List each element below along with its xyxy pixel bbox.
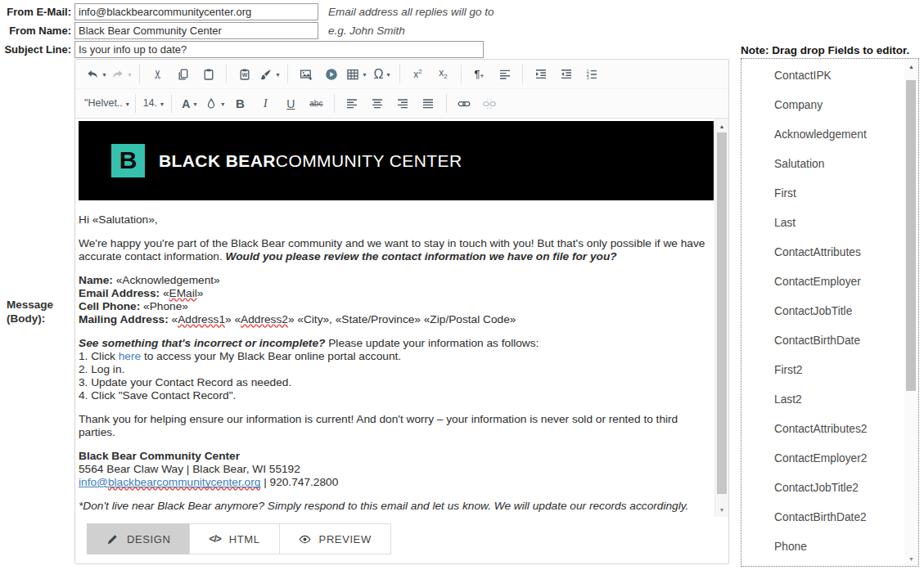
scroll-down-arrow-icon[interactable]: ▼ [904, 552, 918, 565]
copy-button[interactable] [171, 63, 195, 86]
field-item-acknowledgement[interactable]: Acknowledgement [741, 120, 918, 150]
field-item-last2[interactable]: Last2 [741, 385, 918, 415]
undo-button[interactable]: ▾ [84, 63, 108, 86]
from-name-input[interactable] [74, 22, 318, 39]
line-height-icon [498, 68, 512, 81]
outdent-icon [560, 68, 573, 81]
link-button[interactable] [453, 92, 476, 115]
field-item-contactemployer2[interactable]: ContactEmployer2 [741, 444, 918, 474]
align-left-button[interactable] [340, 92, 364, 115]
scroll-up-arrow-icon[interactable]: ▲ [715, 119, 728, 132]
toolbar-separator [171, 94, 172, 113]
subscript-button[interactable]: x2 [431, 63, 455, 86]
tab-preview[interactable]: PREVIEW [279, 523, 391, 554]
insert-video-button[interactable] [319, 63, 343, 86]
align-center-button[interactable] [366, 92, 390, 115]
merge-fields-list: ContactIPKCompanyAcknowledgementSalutati… [741, 59, 918, 562]
field-item-contactjobtitle2[interactable]: ContactJobTitle2 [741, 474, 918, 503]
scroll-up-arrow-icon[interactable]: ▲ [904, 60, 918, 73]
paragraph-format-button[interactable]: ¶+ [467, 63, 491, 86]
align-right-icon [396, 97, 409, 110]
superscript-icon: x2 [413, 69, 421, 79]
dropdown-arrow-icon: ▾ [128, 71, 131, 79]
scrollbar-thumb[interactable] [717, 132, 727, 494]
ordered-list-icon: 123 [585, 68, 598, 81]
subject-line-label: Subject Line: [0, 43, 71, 56]
ordered-list-button[interactable]: 123 [579, 63, 603, 86]
unlink-button[interactable] [478, 92, 502, 115]
underline-button[interactable]: U [279, 92, 303, 115]
line-height-button[interactable] [493, 63, 516, 86]
email-header-banner-image[interactable]: B BLACK BEAR COMMUNITY CENTER [79, 121, 714, 200]
special-characters-button[interactable]: Ω▾ [370, 63, 394, 86]
body-link[interactable]: blackbearcommunitycenter.org [108, 476, 260, 488]
field-item-contactemployer[interactable]: ContactEmployer [741, 267, 918, 297]
from-name-hint: e.g. John Smith [328, 25, 405, 37]
superscript-button[interactable]: x2 [406, 63, 430, 86]
indent-button[interactable] [529, 63, 552, 86]
from-email-hint: Email address all replies will go to [328, 6, 494, 18]
tab-design[interactable]: DESIGN [87, 523, 190, 554]
rich-text-editor: ▾▾✂W▾▾Ω▾x2x2¶+123 "Helvet..▾14.▾A▾▾BIUab… [74, 59, 729, 564]
cut-button[interactable]: ✂ [146, 63, 169, 86]
insert-table-button[interactable]: ▾ [345, 63, 368, 86]
field-item-contactbirthdate[interactable]: ContactBirthDate [741, 326, 918, 356]
logo-letter: B [119, 146, 137, 174]
field-item-contactattributes[interactable]: ContactAttributes [741, 238, 918, 267]
tab-design-label: DESIGN [127, 533, 170, 545]
code-icon: </> [209, 533, 220, 545]
eye-icon [299, 533, 311, 545]
field-item-first2[interactable]: First2 [741, 356, 918, 385]
background-color-button[interactable]: ▾ [203, 92, 227, 115]
field-item-contactattributes2[interactable]: ContactAttributes2 [741, 415, 918, 444]
email-body-paragraph: We're happy you're part of the Black Bea… [79, 237, 710, 263]
field-item-contactjobtitle[interactable]: ContactJobTitle [741, 297, 918, 326]
outdent-button[interactable] [554, 63, 578, 86]
field-item-last[interactable]: Last [741, 209, 918, 238]
dropdown-arrow-icon: ▾ [363, 71, 366, 79]
tab-html[interactable]: </> HTML [189, 523, 279, 554]
fields-scrollbar[interactable]: ▲ ▼ [904, 59, 918, 566]
toolbar-separator [226, 65, 227, 83]
scroll-down-arrow-icon[interactable]: ▼ [715, 503, 728, 516]
subject-line-input[interactable] [74, 41, 484, 58]
editor-content-area[interactable]: B BLACK BEAR COMMUNITY CENTER Hi «Saluta… [75, 119, 728, 517]
dropdown-arrow-icon: ▾ [276, 71, 279, 79]
body-link[interactable]: here [119, 350, 141, 362]
toolbar-separator [334, 94, 335, 113]
font-family-button[interactable]: "Helvet..▾ [84, 92, 129, 115]
align-justify-icon [421, 97, 435, 110]
editor-scrollbar[interactable]: ▲ ▼ [714, 119, 728, 517]
redo-button[interactable]: ▾ [110, 63, 133, 86]
field-item-contactbirthdate2[interactable]: ContactBirthDate2 [741, 503, 918, 532]
svg-text:W: W [241, 72, 247, 78]
scrollbar-thumb[interactable] [906, 80, 916, 391]
align-justify-button[interactable] [417, 92, 440, 115]
field-item-first[interactable]: First [741, 179, 918, 209]
paste-word-button[interactable]: W [232, 63, 256, 86]
text-color-button[interactable]: A▾ [178, 92, 201, 115]
email-body-paragraph: See something that's incorrect or incomp… [79, 337, 710, 402]
body-link[interactable]: info@ [79, 476, 108, 488]
insert-image-button[interactable] [294, 63, 318, 86]
paint-format-icon [259, 68, 273, 81]
field-item-salutation[interactable]: Salutation [741, 150, 918, 179]
paste-icon [202, 68, 215, 81]
strikethrough-button[interactable]: abc [304, 92, 328, 115]
from-email-input[interactable] [74, 3, 318, 20]
insert-video-icon [325, 68, 338, 81]
tab-html-label: HTML [229, 533, 260, 545]
align-right-button[interactable] [391, 92, 415, 115]
dropdown-arrow-icon: ▾ [126, 101, 129, 108]
toolbar-separator [461, 65, 462, 83]
italic-button[interactable]: I [254, 92, 277, 115]
field-item-company[interactable]: Company [741, 91, 918, 120]
paragraph-format-icon: ¶+ [474, 55, 484, 93]
paste-button[interactable] [196, 63, 220, 86]
field-item-phone[interactable]: Phone [741, 532, 918, 562]
paint-format-button[interactable]: ▾ [258, 63, 282, 86]
bold-button[interactable]: B [228, 92, 252, 115]
font-size-button[interactable]: 14.▾ [142, 92, 165, 115]
dropdown-arrow-icon: ▾ [102, 71, 106, 79]
field-item-contactipk[interactable]: ContactIPK [741, 61, 918, 91]
